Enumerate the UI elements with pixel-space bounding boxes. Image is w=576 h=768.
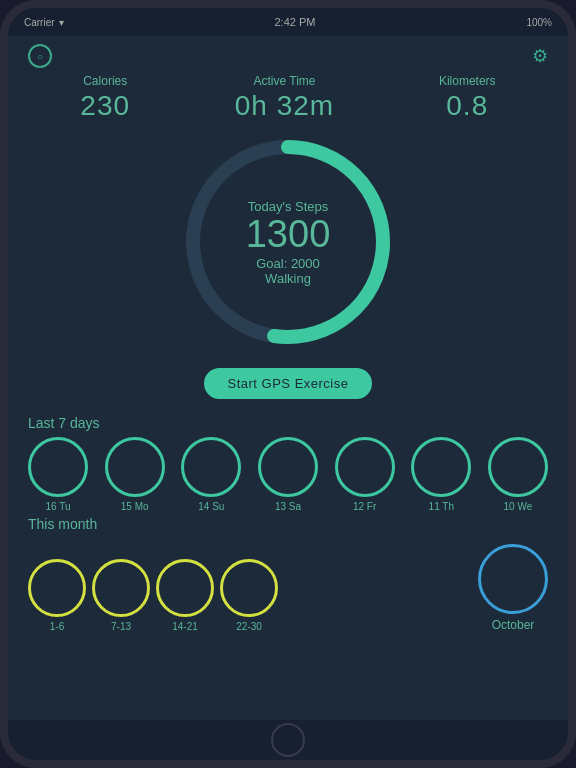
day-circle-3 bbox=[258, 437, 318, 497]
profile-icon[interactable]: ⚙ bbox=[532, 45, 548, 67]
kilometers-value: 0.8 bbox=[446, 90, 488, 122]
month-item-1: 7-13 bbox=[92, 559, 150, 632]
steps-ring: Today's Steps 1300 Goal: 2000 Walking bbox=[178, 132, 398, 352]
active-time-value: 0h 32m bbox=[235, 90, 334, 122]
day-item: 13 Sa bbox=[258, 437, 318, 512]
month-circle-2 bbox=[156, 559, 214, 617]
day-item: 14 Su bbox=[181, 437, 241, 512]
device-frame: Carrier ▾ 2:42 PM 100% ○ ⚙ Calories 230 … bbox=[0, 0, 576, 768]
calories-value: 230 bbox=[80, 90, 130, 122]
day-label-2: 14 Su bbox=[198, 501, 224, 512]
month-circle-1 bbox=[92, 559, 150, 617]
gps-button[interactable]: Start GPS Exercise bbox=[204, 368, 373, 399]
status-bar: Carrier ▾ 2:42 PM 100% bbox=[8, 8, 568, 36]
kilometers-label: Kilometers bbox=[439, 74, 496, 88]
kilometers-stat: Kilometers 0.8 bbox=[439, 74, 496, 122]
october-label: October bbox=[492, 618, 535, 632]
month-label-1: 7-13 bbox=[111, 621, 131, 632]
ring-label: Today's Steps bbox=[246, 199, 331, 214]
day-label-5: 11 Th bbox=[429, 501, 454, 512]
home-button-area bbox=[8, 720, 568, 760]
day-circle-6 bbox=[488, 437, 548, 497]
day-circle-5 bbox=[411, 437, 471, 497]
month-label-0: 1-6 bbox=[50, 621, 64, 632]
month-circles: 1-6 7-13 14-21 22-30 bbox=[28, 559, 278, 632]
october-circle bbox=[478, 544, 548, 614]
ring-center: Today's Steps 1300 Goal: 2000 Walking bbox=[246, 199, 331, 286]
calories-stat: Calories 230 bbox=[80, 74, 130, 122]
day-item: 16 Tu bbox=[28, 437, 88, 512]
stats-row: Calories 230 Active Time 0h 32m Kilomete… bbox=[28, 74, 548, 122]
day-item: 12 Fr bbox=[335, 437, 395, 512]
month-item-2: 14-21 bbox=[156, 559, 214, 632]
month-item-3: 22-30 bbox=[220, 559, 278, 632]
day-circle-1 bbox=[105, 437, 165, 497]
top-icons: ○ ⚙ bbox=[28, 44, 548, 68]
day-label-1: 15 Mo bbox=[121, 501, 149, 512]
day-item: 10 We bbox=[488, 437, 548, 512]
wifi-icon: ▾ bbox=[59, 17, 64, 28]
day-item: 11 Th bbox=[411, 437, 471, 512]
day-label-6: 10 We bbox=[504, 501, 533, 512]
day-label-0: 16 Tu bbox=[45, 501, 70, 512]
month-label-2: 14-21 bbox=[172, 621, 198, 632]
month-label-3: 22-30 bbox=[236, 621, 262, 632]
active-time-stat: Active Time 0h 32m bbox=[235, 74, 334, 122]
app-content: ○ ⚙ Calories 230 Active Time 0h 32m Kilo… bbox=[8, 36, 568, 720]
day-circle-2 bbox=[181, 437, 241, 497]
home-button[interactable] bbox=[271, 723, 305, 757]
carrier-text: Carrier bbox=[24, 17, 55, 28]
ring-type: Walking bbox=[246, 270, 331, 285]
info-icon[interactable]: ○ bbox=[28, 44, 52, 68]
calories-label: Calories bbox=[83, 74, 127, 88]
day-circle-0 bbox=[28, 437, 88, 497]
last7days-title: Last 7 days bbox=[28, 415, 100, 431]
battery-text: 100% bbox=[526, 17, 552, 28]
day-circle-4 bbox=[335, 437, 395, 497]
ring-goal: Goal: 2000 bbox=[246, 255, 331, 270]
day-item: 15 Mo bbox=[105, 437, 165, 512]
day-label-3: 13 Sa bbox=[275, 501, 301, 512]
status-bar-time: 2:42 PM bbox=[275, 16, 316, 28]
month-circle-3 bbox=[220, 559, 278, 617]
month-row: 1-6 7-13 14-21 22-30 October bbox=[28, 544, 548, 632]
last7days-row: 16 Tu 15 Mo 14 Su 13 Sa 12 Fr 11 Th bbox=[28, 437, 548, 512]
active-time-label: Active Time bbox=[253, 74, 315, 88]
day-label-4: 12 Fr bbox=[353, 501, 376, 512]
october-item[interactable]: October bbox=[478, 544, 548, 632]
month-circle-0 bbox=[28, 559, 86, 617]
status-bar-left: Carrier ▾ bbox=[24, 17, 64, 28]
ring-steps: 1300 bbox=[246, 214, 331, 256]
status-bar-right: 100% bbox=[526, 17, 552, 28]
this-month-title: This month bbox=[28, 516, 97, 532]
month-item-0: 1-6 bbox=[28, 559, 86, 632]
